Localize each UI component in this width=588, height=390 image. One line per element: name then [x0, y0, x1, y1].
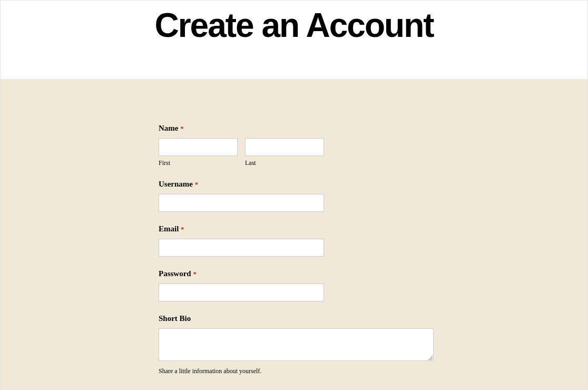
form-section: Name * First Last Username * — [1, 79, 587, 390]
last-name-input[interactable] — [245, 138, 324, 156]
bio-helper-text: Share a little information about yoursel… — [159, 367, 434, 375]
first-name-col: First — [159, 138, 238, 167]
email-field-group: Email * — [159, 225, 434, 257]
email-input[interactable] — [159, 239, 324, 257]
bio-textarea[interactable] — [159, 328, 434, 361]
form-container: Name * First Last Username * — [159, 124, 434, 390]
email-label: Email * — [159, 225, 434, 233]
password-input[interactable] — [159, 284, 324, 301]
header-section: Create an Account — [1, 1, 587, 79]
name-row: First Last — [159, 138, 434, 167]
bio-field-group: Short Bio Share a little information abo… — [159, 314, 434, 375]
email-label-text: Email — [159, 225, 179, 233]
name-label-text: Name — [159, 124, 179, 132]
required-marker: * — [193, 270, 197, 278]
bio-label-text: Short Bio — [159, 314, 191, 323]
required-marker: * — [181, 225, 184, 233]
page-title: Create an Account — [1, 6, 587, 45]
username-input[interactable] — [159, 194, 324, 212]
password-field-group: Password * — [159, 269, 434, 301]
last-name-sublabel: Last — [245, 159, 324, 167]
password-label-text: Password — [159, 269, 191, 278]
first-name-input[interactable] — [159, 138, 238, 156]
name-label: Name * — [159, 124, 434, 133]
password-label: Password * — [159, 269, 434, 278]
required-marker: * — [195, 180, 199, 188]
first-name-sublabel: First — [159, 159, 238, 167]
last-name-col: Last — [245, 138, 324, 167]
name-field-group: Name * First Last — [159, 124, 434, 167]
username-label: Username * — [159, 180, 434, 189]
bio-label: Short Bio — [159, 314, 434, 323]
username-label-text: Username — [159, 180, 193, 188]
username-field-group: Username * — [159, 180, 434, 212]
required-marker: * — [180, 124, 184, 132]
